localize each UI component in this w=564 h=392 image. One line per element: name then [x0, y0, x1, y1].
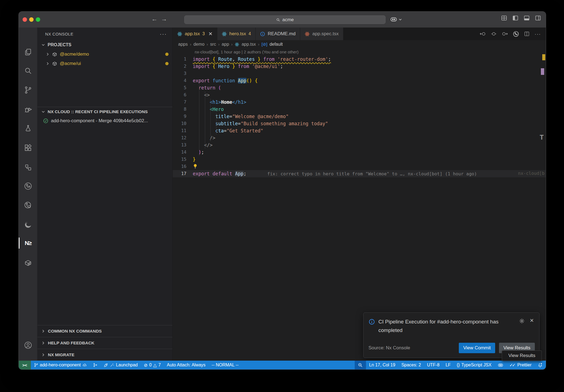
code-line[interactable]: 11 cta="Get Started"	[173, 127, 546, 134]
line-number[interactable]: 17	[173, 170, 193, 177]
formatter-item[interactable]: ✓✓ Prettier	[506, 361, 535, 369]
auto-attach-item[interactable]: Auto Attach: Always	[164, 361, 209, 369]
close-window-button[interactable]	[23, 17, 27, 22]
code-line[interactable]: 6 <>	[173, 91, 546, 99]
code-line[interactable]: 12 />	[173, 134, 546, 141]
line-number[interactable]: 8	[173, 106, 193, 113]
explorer-icon[interactable]	[19, 44, 37, 60]
tab-app-tsx[interactable]: app.tsx 3 ✕	[173, 28, 217, 40]
pipeline-status-item[interactable]	[90, 361, 101, 369]
history-back-button[interactable]: ←	[151, 15, 158, 23]
previous-change-icon[interactable]	[480, 31, 486, 36]
close-tab-icon[interactable]: ✕	[208, 31, 213, 37]
run-debug-icon[interactable]	[19, 102, 37, 117]
toggle-secondary-sidebar-icon[interactable]	[535, 15, 541, 21]
line-number[interactable]: 3	[173, 70, 193, 77]
toggle-primary-sidebar-icon[interactable]	[513, 15, 518, 21]
line-number[interactable]: 1	[173, 56, 193, 63]
commit-graph-icon[interactable]	[19, 178, 37, 194]
line-number[interactable]: 6	[173, 91, 193, 99]
current-change-icon[interactable]	[491, 31, 497, 36]
minimize-window-button[interactable]	[29, 17, 34, 22]
remote-indicator[interactable]: ><	[19, 361, 31, 369]
view-commit-button[interactable]: View Commit	[459, 343, 495, 353]
git-branch-item[interactable]: add-hero-component	[31, 361, 90, 369]
notifications-bell-item[interactable]	[535, 361, 546, 369]
extensions-icon[interactable]	[19, 140, 37, 156]
code-line[interactable]: 14 );	[173, 149, 546, 156]
zoom-window-button[interactable]	[36, 17, 40, 22]
line-number[interactable]: 2	[173, 63, 193, 70]
tab-hero-tsx[interactable]: hero.tsx 4	[217, 28, 256, 40]
zoom-status-item[interactable]	[355, 361, 366, 369]
gitlens-inspect-icon[interactable]	[19, 198, 37, 213]
code-line[interactable]: 7 <h1>Home</h1>	[173, 99, 546, 106]
section-nx-migrate[interactable]: NX MIGRATE	[37, 349, 172, 361]
code-line[interactable]: 17export default App;fix: correct typo i…	[173, 170, 546, 177]
sidebar-more-actions[interactable]: ···	[160, 31, 167, 37]
breadcrumb-item[interactable]: demo	[193, 42, 204, 47]
line-number[interactable]: 4	[173, 77, 193, 84]
breadcrumb-item[interactable]: app.tsx	[242, 42, 256, 47]
tab-app-spec-tsx[interactable]: app.spec.tsx	[300, 28, 343, 40]
line-number[interactable]: 12	[173, 134, 193, 141]
code-line[interactable]: 4export function App() {	[173, 77, 546, 84]
problems-item[interactable]: ⊘ 0 △ 7	[141, 361, 164, 369]
vim-mode-item[interactable]: -- NORMAL --	[208, 361, 242, 369]
more-actions-icon[interactable]: ···	[535, 31, 541, 37]
code-line[interactable]: 9 title="Welcome @acme/demo"	[173, 113, 546, 120]
encoding-item[interactable]: UTF-8	[424, 361, 443, 369]
references-icon[interactable]	[19, 160, 37, 175]
tab-readme-md[interactable]: README.md	[256, 28, 300, 40]
line-number[interactable]: 16	[173, 163, 193, 170]
line-number[interactable]: 15	[173, 156, 193, 163]
edge-tools-icon[interactable]	[19, 217, 37, 232]
project-item-acme-demo[interactable]: @acme/demo	[37, 50, 172, 59]
notification-close-icon[interactable]: ×	[530, 317, 534, 334]
next-change-icon[interactable]	[502, 31, 508, 36]
commit-graph-action-icon[interactable]	[513, 31, 519, 37]
breadcrumb-item[interactable]: app	[222, 42, 229, 47]
section-nx-cloud[interactable]: NX CLOUD :: RECENT CI PIPELINE EXECUTION…	[37, 107, 172, 116]
code-line[interactable]: 5 return (	[173, 84, 546, 91]
lightbulb-icon[interactable]	[193, 164, 198, 169]
search-view-icon[interactable]	[19, 63, 37, 78]
line-number[interactable]: 5	[173, 84, 193, 91]
copilot-menu[interactable]	[390, 16, 402, 23]
command-center-search[interactable]: acme	[184, 15, 386, 24]
notification-settings-gear-icon[interactable]	[519, 318, 525, 324]
code-line[interactable]: 8 <Hero	[173, 106, 546, 113]
code-line[interactable]: 3	[173, 70, 546, 77]
project-item-acme-ui[interactable]: @acme/ui	[37, 59, 172, 68]
eol-item[interactable]: LF	[443, 361, 454, 369]
breadcrumb-item[interactable]: src	[210, 42, 216, 47]
section-projects[interactable]: PROJECTS	[37, 40, 172, 50]
line-number[interactable]: 11	[173, 127, 193, 134]
line-number[interactable]: 10	[173, 120, 193, 127]
code-line[interactable]: 1import { Route, Routes } from 'react-ro…	[173, 56, 546, 63]
section-common-nx-commands[interactable]: COMMON NX COMMANDS	[37, 325, 172, 337]
customize-layout-icon[interactable]	[501, 15, 507, 21]
breadcrumb-item[interactable]: apps	[178, 42, 188, 47]
split-editor-icon[interactable]	[524, 31, 530, 37]
line-number[interactable]: 14	[173, 149, 193, 156]
pipeline-execution-item[interactable]: add-hero-component - Merge 409b44e5cb02.…	[37, 116, 172, 126]
code-line[interactable]: 16	[173, 163, 546, 170]
nx-console-icon[interactable]: N≥	[19, 235, 37, 251]
language-mode-item[interactable]: {} TypeScript JSX	[454, 361, 495, 369]
toggle-panel-icon[interactable]	[524, 15, 530, 21]
line-number[interactable]: 7	[173, 99, 193, 106]
copilot-status-item[interactable]	[495, 361, 506, 369]
history-forward-button[interactable]: →	[161, 15, 167, 23]
code-line[interactable]: 13 </>	[173, 141, 546, 149]
cursor-position-item[interactable]: Ln 17, Col 19	[366, 361, 398, 369]
code-line[interactable]: 10 subtitle="Build something amazing tod…	[173, 120, 546, 127]
source-control-icon[interactable]	[19, 82, 37, 98]
containers-icon[interactable]	[19, 255, 37, 271]
line-number[interactable]: 9	[173, 113, 193, 120]
code-line[interactable]: 15}	[173, 156, 546, 163]
indentation-item[interactable]: Spaces: 2	[398, 361, 424, 369]
testing-icon[interactable]	[19, 121, 37, 136]
section-help-and-feedback[interactable]: HELP AND FEEDBACK	[37, 337, 172, 349]
accounts-icon[interactable]	[19, 337, 37, 353]
